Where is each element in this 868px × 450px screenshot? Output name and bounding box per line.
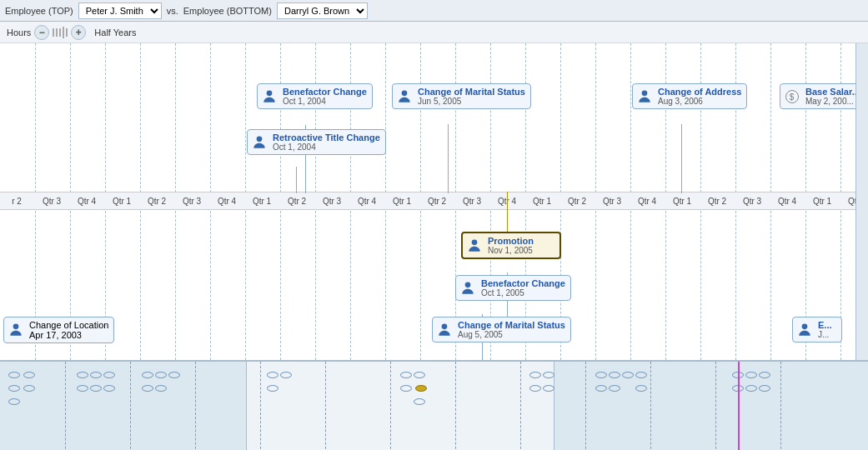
overview-dot: [745, 372, 757, 378]
person-icon: [8, 322, 24, 338]
overview-dot: [414, 372, 425, 378]
zoom-in-button[interactable]: +: [71, 25, 86, 40]
person-icon: [396, 88, 413, 105]
overview-dot: [280, 372, 292, 378]
connector-line: [681, 124, 682, 193]
overview-dot: [8, 372, 20, 378]
svg-point-10: [802, 323, 808, 329]
svg-point-0: [267, 90, 273, 96]
overview-dot: [155, 385, 167, 392]
quarter-row: r 2 Qtr 3 Qtr 4 Qtr 1 Qtr 2 Qtr 3 Qtr 4 …: [0, 192, 868, 210]
overview-dot: [759, 385, 770, 392]
overview-panel: '00 '01 '02 '03 '04 '05 '06 '07 '08 '09 …: [0, 360, 868, 450]
overview-dot: [142, 385, 153, 392]
event-title: Benefactor Change: [283, 87, 367, 97]
overview-dot: [142, 372, 153, 378]
overview-dot: [23, 372, 35, 378]
overview-dot: [103, 372, 115, 378]
qtr-label: Qtr 2: [420, 197, 454, 206]
event-date: Apr 17, 2003: [29, 330, 108, 340]
overview-dot: [8, 385, 20, 392]
event-date: J...: [818, 330, 836, 339]
event-card-change-of-address[interactable]: Change of Address Aug 3, 2006: [632, 83, 747, 109]
overview-dot: [267, 385, 278, 392]
svg-point-1: [257, 136, 263, 142]
overview-dot: [90, 385, 102, 392]
qtr-label: Qtr 2: [700, 197, 734, 206]
event-title: Change of Marital Status: [458, 320, 565, 330]
person-icon: [261, 88, 278, 105]
event-date: Nov 1, 2005: [488, 246, 554, 255]
event-date: Oct 1, 2005: [481, 288, 565, 298]
event-card-benefactor-change-2005[interactable]: Benefactor Change Oct 1, 2005: [455, 275, 571, 301]
overview-dot: [622, 372, 634, 378]
overview-vline: [520, 362, 521, 450]
qtr-label: Qtr 4: [770, 197, 804, 206]
header-bar: Employee (TOP) Peter J. Smith vs. Employ…: [0, 0, 868, 22]
bottom-employee-label: Employee (BOTTOM): [183, 6, 272, 16]
svg-point-6: [472, 239, 478, 245]
qtr-label: Qtr 3: [595, 197, 629, 206]
event-title: E...: [818, 320, 836, 330]
event-card-retroactive-title-change[interactable]: Retroactive Title Change Oct 1, 2004: [247, 129, 386, 155]
scrollbar[interactable]: [855, 43, 868, 360]
connector-line: [448, 124, 449, 193]
overview-dot: [529, 385, 541, 392]
overview-vline: [65, 362, 66, 450]
zoom-tick: [66, 28, 68, 37]
overview-dot: [595, 385, 607, 392]
overview-dot: [77, 385, 88, 392]
event-date: May 2, 200...: [805, 97, 860, 106]
qtr-label: Qtr 1: [525, 197, 559, 206]
event-card-promotion[interactable]: Promotion Nov 1, 2005: [461, 232, 561, 259]
timeline-area: r 2 Qtr 3 Qtr 4 Qtr 1 Qtr 2 Qtr 3 Qtr 4 …: [0, 43, 868, 360]
event-card-marital-status-top[interactable]: Change of Marital Status Jun 5, 2005: [392, 83, 531, 109]
zoom-tick: [59, 28, 61, 37]
zoom-tick-active: [63, 27, 64, 38]
event-title: Change of Address: [658, 87, 741, 97]
hours-label: Hours: [7, 28, 31, 38]
overview-vline: [585, 362, 586, 450]
svg-point-3: [642, 90, 648, 96]
scale-label: Half Years: [94, 28, 136, 38]
top-employee-select[interactable]: Peter J. Smith: [78, 2, 162, 19]
person-icon: [251, 134, 268, 151]
bottom-employee-select[interactable]: Darryl G. Brown: [277, 2, 368, 19]
event-card-marital-status-bottom[interactable]: Change of Marital Status Aug 5, 2005: [432, 317, 571, 342]
svg-point-8: [442, 323, 448, 329]
vs-label: vs.: [167, 6, 178, 16]
event-card-change-of-location[interactable]: Change of Location Apr 17, 2003: [3, 317, 114, 343]
overview-vline: [195, 362, 196, 450]
event-card-benefactor-change-2004[interactable]: Benefactor Change Oct 1, 2004: [257, 83, 373, 109]
zoom-track: [53, 27, 68, 38]
overview-vline: [780, 362, 781, 450]
overview-dot: [400, 372, 412, 378]
event-title: Change of Location: [29, 320, 108, 330]
person-icon: [459, 280, 476, 297]
qtr-label: Qtr 4: [350, 197, 384, 206]
overview-dot: [90, 372, 102, 378]
overview-dot: [595, 372, 607, 378]
overview-marker: [738, 362, 740, 450]
person-icon: [466, 238, 483, 254]
zoom-tick: [56, 28, 58, 37]
overview-vline: [650, 362, 651, 450]
qtr-label: Qtr 3: [35, 197, 68, 206]
overview-dot: [103, 385, 115, 392]
overview-dot: [168, 372, 180, 378]
overview-dot: [635, 372, 647, 378]
overview-dot: [745, 385, 757, 392]
person-icon: [796, 322, 813, 338]
event-card-partial-right[interactable]: E... J...: [792, 317, 842, 342]
qtr-label: Qtr 3: [735, 197, 769, 206]
event-card-base-salary[interactable]: $ Base Salar... May 2, 200...: [780, 83, 865, 109]
event-date: Oct 1, 2004: [273, 142, 380, 152]
event-title: Base Salar...: [805, 87, 860, 97]
overview-dot: [759, 372, 770, 378]
overview-vline: [455, 362, 456, 450]
event-date: Aug 5, 2005: [458, 330, 565, 339]
overview-dot: [635, 385, 647, 392]
zoom-out-button[interactable]: −: [34, 25, 49, 40]
overview-dot: [77, 372, 88, 378]
qtr-label: Qtr 1: [105, 197, 138, 206]
